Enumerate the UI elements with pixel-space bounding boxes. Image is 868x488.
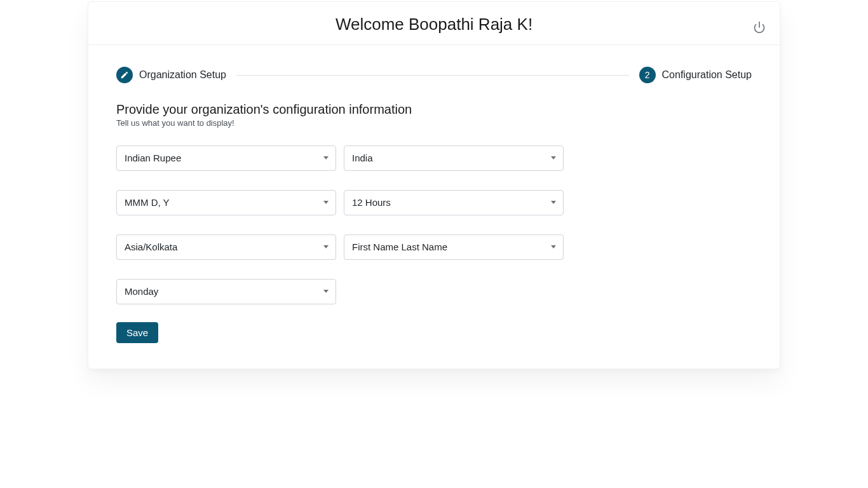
config-form: Indian Rupee India MMM D, Y 12 Hours	[116, 146, 567, 304]
currency-select[interactable]: Indian Rupee	[116, 146, 336, 171]
step-configuration-setup[interactable]: 2 Configuration Setup	[639, 67, 752, 83]
stepper: Organization Setup 2 Configuration Setup	[116, 67, 752, 83]
step-1-label: Organization Setup	[139, 69, 226, 81]
country-value: India	[344, 146, 564, 171]
pencil-icon	[120, 71, 129, 79]
date-format-select[interactable]: MMM D, Y	[116, 190, 336, 215]
section-subtitle: Tell us what you want to display!	[116, 118, 752, 128]
timezone-value: Asia/Kolkata	[116, 234, 336, 260]
week-start-value: Monday	[116, 279, 336, 304]
step-2-label: Configuration Setup	[662, 69, 752, 81]
step-2-number: 2	[645, 70, 650, 80]
form-row-1: Indian Rupee India	[116, 146, 567, 171]
setup-card: Welcome Boopathi Raja K! Organization Se…	[88, 1, 780, 369]
name-format-value: First Name Last Name	[344, 234, 564, 260]
name-format-select[interactable]: First Name Last Name	[344, 234, 564, 260]
step-2-circle: 2	[639, 67, 656, 83]
form-row-4: Monday	[116, 279, 567, 304]
currency-value: Indian Rupee	[116, 146, 336, 171]
page-title: Welcome Boopathi Raja K!	[104, 15, 764, 34]
card-header: Welcome Boopathi Raja K!	[88, 2, 780, 45]
country-select[interactable]: India	[344, 146, 564, 171]
time-format-select[interactable]: 12 Hours	[344, 190, 564, 215]
time-format-value: 12 Hours	[344, 190, 564, 215]
timezone-select[interactable]: Asia/Kolkata	[116, 234, 336, 260]
section-title: Provide your organization's configuratio…	[116, 102, 752, 117]
date-format-value: MMM D, Y	[116, 190, 336, 215]
form-row-2: MMM D, Y 12 Hours	[116, 190, 567, 215]
step-line	[236, 75, 629, 76]
power-icon	[753, 21, 766, 34]
card-body: Organization Setup 2 Configuration Setup…	[88, 45, 780, 369]
step-organization-setup[interactable]: Organization Setup	[116, 67, 226, 83]
save-button[interactable]: Save	[116, 322, 158, 343]
form-row-3: Asia/Kolkata First Name Last Name	[116, 234, 567, 260]
step-1-circle	[116, 67, 133, 83]
logout-button[interactable]	[752, 20, 767, 35]
week-start-select[interactable]: Monday	[116, 279, 336, 304]
